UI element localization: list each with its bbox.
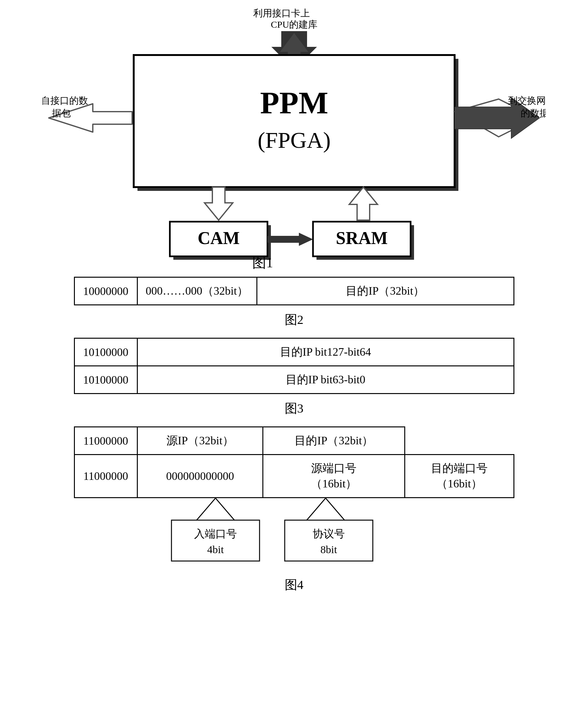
fig3-row2-col2: 目的IP bit63-bit0 — [137, 366, 514, 394]
fig3-row1-col1: 10100000 — [74, 338, 137, 366]
svg-text:到交换网络: 到交换网络 — [508, 95, 546, 106]
svg-text:CPU的建库: CPU的建库 — [271, 19, 317, 29]
figure4-label: 图4 — [74, 576, 514, 594]
svg-marker-20 — [349, 187, 378, 220]
svg-text:PPM: PPM — [260, 85, 328, 120]
fig4-r1c2: 源IP（32bit） — [137, 427, 263, 455]
fig4-r1c1: 11000000 — [74, 427, 137, 455]
svg-text:来自接口的数: 来自接口的数 — [42, 95, 88, 106]
fig3-row2-col1: 10100000 — [74, 366, 137, 394]
svg-line-32 — [197, 498, 215, 520]
svg-text:据包: 据包 — [52, 108, 71, 118]
figure3-table: 10100000 目的IP bit127-bit64 10100000 目的IP… — [74, 338, 514, 394]
svg-text:(FPGA): (FPGA) — [257, 128, 330, 153]
figure3-label: 图3 — [74, 400, 514, 417]
fig4-r2c4: 目的端口号 （16bit） — [405, 455, 514, 498]
figure4-arrows: 入端口号 4bit 协议号 8bit — [152, 498, 436, 571]
figure2-table: 10000000 000……000（32bit） 目的IP（32bit） — [74, 277, 514, 305]
figure2-label: 图2 — [74, 311, 514, 328]
svg-text:CAM: CAM — [197, 228, 240, 248]
figure1-diagram: 利用接口卡上 CPU的建库 PPM (FPGA) 来自接口的数 据包 到 — [6, 6, 582, 277]
figure2-section: 10000000 000……000（32bit） 目的IP（32bit） 图2 — [74, 277, 514, 328]
fig2-col2: 000……000（32bit） — [137, 277, 257, 305]
svg-line-35 — [326, 498, 344, 520]
fig2-col3: 目的IP（32bit） — [257, 277, 514, 305]
fig4-r2c3: 源端口号 （16bit） — [263, 455, 405, 498]
svg-text:4bit: 4bit — [207, 544, 224, 555]
svg-line-33 — [215, 498, 234, 520]
fig3-row1-col2: 目的IP bit127-bit64 — [137, 338, 514, 366]
fig4-r1c3: 目的IP（32bit） — [263, 427, 405, 455]
svg-rect-25 — [268, 236, 299, 243]
svg-text:图1: 图1 — [252, 255, 273, 271]
fig4-r2c2: 000000000000 — [137, 455, 263, 498]
svg-text:协议号: 协议号 — [313, 528, 345, 540]
svg-text:SRAM: SRAM — [336, 228, 387, 248]
fig2-col1: 10000000 — [74, 277, 137, 305]
figure4-section: 11000000 源IP（32bit） 目的IP（32bit） 11000000… — [74, 426, 514, 594]
svg-marker-26 — [299, 233, 313, 246]
svg-text:的数据: 的数据 — [521, 108, 546, 118]
svg-line-34 — [307, 498, 326, 520]
svg-text:入端口号: 入端口号 — [194, 528, 237, 540]
figure4-table: 11000000 源IP（32bit） 目的IP（32bit） 11000000… — [74, 426, 514, 498]
figure3-section: 10100000 目的IP bit127-bit64 10100000 目的IP… — [74, 338, 514, 417]
svg-marker-19 — [205, 187, 233, 220]
svg-text:利用接口卡上: 利用接口卡上 — [253, 8, 310, 18]
fig4-r2c1: 11000000 — [74, 455, 137, 498]
svg-text:8bit: 8bit — [320, 544, 337, 555]
svg-rect-8 — [134, 55, 455, 187]
